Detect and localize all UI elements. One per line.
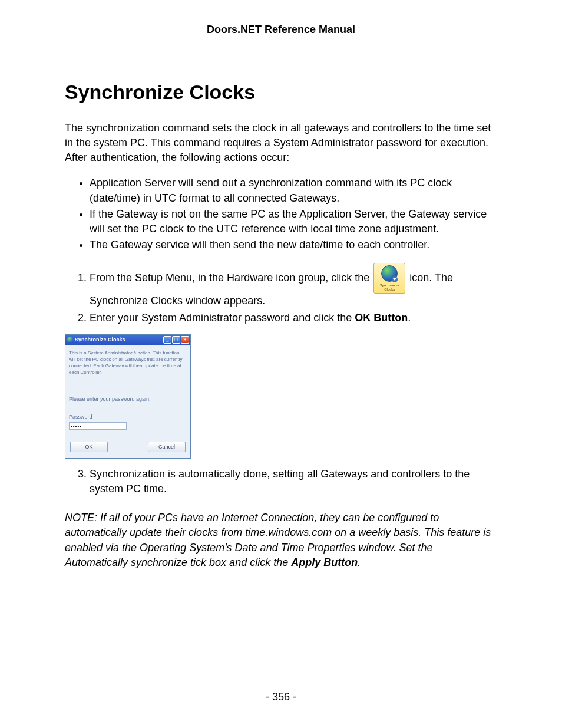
- password-label: Password: [69, 413, 187, 421]
- password-input[interactable]: [69, 422, 127, 430]
- step-item: From the Setup Menu, in the Hardware ico…: [90, 263, 497, 308]
- dialog-title: Synchronize Clocks: [75, 336, 163, 344]
- ok-button[interactable]: OK: [70, 442, 108, 452]
- step-item: Synchronization is automatically done, s…: [90, 467, 497, 496]
- note-pre: NOTE: If all of your PCs have an Interne…: [65, 512, 491, 568]
- maximize-button[interactable]: □: [172, 336, 180, 344]
- minimize-button[interactable]: _: [163, 336, 171, 344]
- step2-post: .: [408, 312, 411, 324]
- page-number: - 356 -: [0, 690, 562, 704]
- list-item: If the Gateway is not on the same PC as …: [90, 207, 497, 236]
- page-title: Synchronize Clocks: [65, 78, 497, 107]
- ok-button-text: OK Button: [355, 312, 408, 324]
- apply-button-text: Apply Button: [291, 556, 358, 568]
- steps-list: From the Setup Menu, in the Hardware ico…: [65, 263, 497, 325]
- note-post: .: [358, 556, 361, 568]
- step1-pre: From the Setup Menu, in the Hardware ico…: [90, 272, 369, 284]
- action-list: Application Server will send out a synch…: [65, 176, 497, 252]
- icon-label-line1: Synchronize: [380, 284, 399, 287]
- page-header: Doors.NET Reference Manual: [65, 22, 497, 37]
- dialog-titlebar: Synchronize Clocks _ □ ×: [65, 335, 190, 345]
- step2-pre: Enter your System Administrator password…: [90, 312, 355, 324]
- synchronize-clocks-icon: Synchronize Clocks: [373, 263, 405, 294]
- cancel-button[interactable]: Cancel: [148, 442, 186, 452]
- steps-list-continued: Synchronization is automatically done, s…: [65, 467, 497, 496]
- close-button[interactable]: ×: [181, 336, 189, 344]
- list-item: The Gateway service will then send the n…: [90, 238, 497, 252]
- icon-label-line2: Clocks: [384, 288, 395, 291]
- list-item: Application Server will send out a synch…: [90, 176, 497, 205]
- step-item: Enter your System Administrator password…: [90, 311, 497, 325]
- dialog-description: This is a System Administrator function.…: [69, 350, 187, 375]
- password-prompt: Please enter your password again.: [69, 396, 187, 403]
- globe-icon: [67, 337, 73, 342]
- synchronize-clocks-dialog: Synchronize Clocks _ □ × This is a Syste…: [65, 334, 191, 459]
- note-paragraph: NOTE: If all of your PCs have an Interne…: [65, 510, 497, 570]
- intro-paragraph: The synchronization command sets the clo…: [65, 121, 497, 166]
